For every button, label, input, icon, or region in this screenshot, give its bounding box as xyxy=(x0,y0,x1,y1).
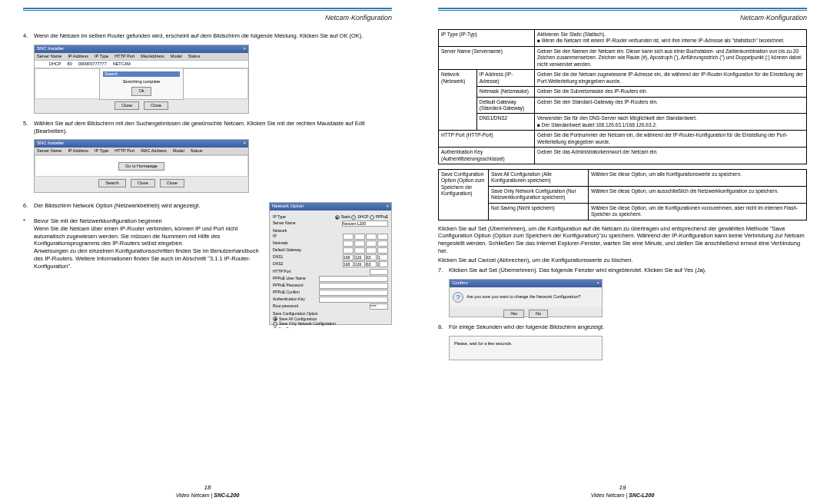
page-right: Netcam-Konfiguration IP Type (IP-Typ) Ak… xyxy=(415,0,830,504)
close-icon: × xyxy=(243,46,246,52)
close-icon: × xyxy=(596,280,599,287)
screenshot-wait: Please, wait for a few seconds. xyxy=(449,336,603,360)
step-7: 7. Klicken Sie auf Set (Übernehmen). Das… xyxy=(438,267,807,274)
section-title: Netcam-Konfiguration xyxy=(438,14,807,22)
content-right: IP Type (IP-Typ) Aktivieren Sie Static (… xyxy=(438,29,807,484)
page-footer: 18 Video Netcam | SNC-L200 xyxy=(23,484,392,498)
step-8: 8. Für einige Sekunden wird der folgende… xyxy=(438,323,807,331)
screenshot-search: SNC Installer× Server NameIP Address IP … xyxy=(34,45,249,114)
top-rule xyxy=(438,8,807,11)
yes-button[interactable]: Yes xyxy=(503,310,524,318)
question-icon: ? xyxy=(453,292,463,303)
step-6: 6. Der Bildschirm Network Option (Netzwe… xyxy=(23,202,264,210)
screenshot-network-option: Network Option× IP Type Static DHCP PPPo… xyxy=(269,202,392,325)
para-cancel: Klicken Sie auf Cancel (Abbrechen), um d… xyxy=(438,257,807,264)
section-title: Netcam-Konfiguration xyxy=(23,14,392,22)
step-4: 4. Wenn die Netcam im selben Router gefu… xyxy=(23,32,392,40)
context-menu-item[interactable]: Go to Homepage xyxy=(118,162,164,171)
note: * Bevor Sie mit der Netzwerkkonfiguratio… xyxy=(23,217,264,270)
step-5: 5. Wählen Sie auf dem Bildschirm mit den… xyxy=(23,120,392,135)
page-footer: 19 Video Netcam | SNC-L200 xyxy=(438,484,807,498)
content-left: 4. Wenn die Netcam im selben Router gefu… xyxy=(23,29,392,484)
config-table-1: IP Type (IP-Typ) Aktivieren Sie Static (… xyxy=(438,29,807,164)
page-left: Netcam-Konfiguration 4. Wenn die Netcam … xyxy=(0,0,415,504)
config-table-2: Save Configuration Option (Option zum Sp… xyxy=(438,169,807,220)
ok-button[interactable]: Ok xyxy=(131,87,151,95)
screenshot-confirm: Confirm× ? Are you sure you want to chan… xyxy=(449,279,603,317)
top-rule xyxy=(23,8,392,11)
no-button[interactable]: No xyxy=(529,310,548,318)
screenshot-edit: SNC Installer× Server NameIP Address IP … xyxy=(34,139,249,193)
para-set: Klicken Sie auf Set (Übernehmen), um die… xyxy=(438,225,807,255)
close-icon: × xyxy=(243,141,246,147)
